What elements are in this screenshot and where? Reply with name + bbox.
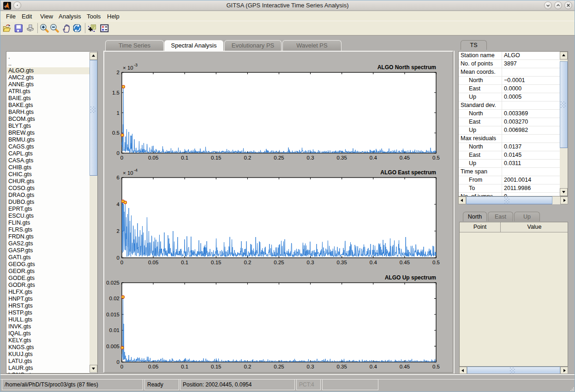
svg-text:0.15: 0.15 bbox=[211, 155, 221, 160]
svg-text:0.45: 0.45 bbox=[400, 364, 410, 369]
svg-text:0.1: 0.1 bbox=[181, 364, 188, 369]
svg-text:0.2: 0.2 bbox=[244, 155, 251, 160]
svg-text:0: 0 bbox=[117, 359, 120, 365]
svg-text:ALGO Up spectrum: ALGO Up spectrum bbox=[385, 274, 436, 281]
svg-text:-4: -4 bbox=[134, 168, 138, 172]
svg-text:0.5: 0.5 bbox=[112, 130, 120, 136]
svg-text:0.02: 0.02 bbox=[109, 296, 120, 301]
svg-text:0.05: 0.05 bbox=[148, 260, 158, 265]
svg-text:0.3: 0.3 bbox=[307, 260, 314, 265]
svg-text:0.1: 0.1 bbox=[181, 260, 188, 265]
svg-text:0.005: 0.005 bbox=[106, 344, 120, 349]
svg-text:× 10: × 10 bbox=[123, 170, 133, 176]
svg-text:0.5: 0.5 bbox=[432, 364, 440, 369]
svg-text:0.3: 0.3 bbox=[307, 155, 314, 160]
svg-text:0: 0 bbox=[117, 255, 120, 261]
svg-text:2: 2 bbox=[117, 228, 120, 234]
svg-text:0: 0 bbox=[120, 260, 123, 265]
svg-text:0.05: 0.05 bbox=[148, 155, 158, 160]
svg-text:0.015: 0.015 bbox=[106, 312, 120, 317]
svg-text:0.2: 0.2 bbox=[244, 364, 251, 369]
svg-text:6: 6 bbox=[117, 175, 120, 180]
svg-text:0.45: 0.45 bbox=[400, 155, 410, 160]
svg-text:0.45: 0.45 bbox=[400, 260, 410, 265]
svg-text:0.4: 0.4 bbox=[370, 260, 377, 265]
svg-text:4: 4 bbox=[117, 202, 120, 207]
svg-text:0.05: 0.05 bbox=[148, 364, 158, 369]
svg-text:0.01: 0.01 bbox=[109, 327, 120, 333]
svg-text:0.1: 0.1 bbox=[181, 155, 188, 160]
svg-text:0.5: 0.5 bbox=[432, 155, 440, 160]
svg-text:0.3: 0.3 bbox=[307, 364, 314, 369]
svg-text:0: 0 bbox=[120, 155, 123, 160]
svg-text:0.4: 0.4 bbox=[370, 364, 377, 369]
svg-text:1.5: 1.5 bbox=[112, 90, 120, 95]
svg-text:ALGO North spectrum: ALGO North spectrum bbox=[377, 64, 436, 71]
svg-text:0.35: 0.35 bbox=[337, 260, 347, 265]
svg-text:0.35: 0.35 bbox=[337, 155, 347, 160]
svg-text:0: 0 bbox=[117, 150, 120, 156]
svg-text:ALGO East spectrum: ALGO East spectrum bbox=[380, 169, 436, 176]
svg-text:0.25: 0.25 bbox=[274, 155, 284, 160]
svg-text:× 10: × 10 bbox=[123, 65, 133, 71]
svg-text:0.15: 0.15 bbox=[211, 260, 221, 265]
svg-text:-3: -3 bbox=[134, 63, 138, 67]
svg-text:0: 0 bbox=[120, 364, 123, 369]
svg-text:0.25: 0.25 bbox=[274, 260, 284, 265]
svg-text:2: 2 bbox=[117, 70, 120, 75]
svg-text:0.35: 0.35 bbox=[337, 364, 347, 369]
svg-text:0.25: 0.25 bbox=[274, 364, 284, 369]
svg-text:0.2: 0.2 bbox=[244, 260, 251, 265]
svg-text:1: 1 bbox=[117, 110, 120, 116]
svg-text:0.025: 0.025 bbox=[106, 280, 120, 285]
svg-text:0.15: 0.15 bbox=[211, 364, 221, 369]
svg-text:0.4: 0.4 bbox=[370, 155, 377, 160]
svg-text:0.5: 0.5 bbox=[432, 260, 440, 265]
